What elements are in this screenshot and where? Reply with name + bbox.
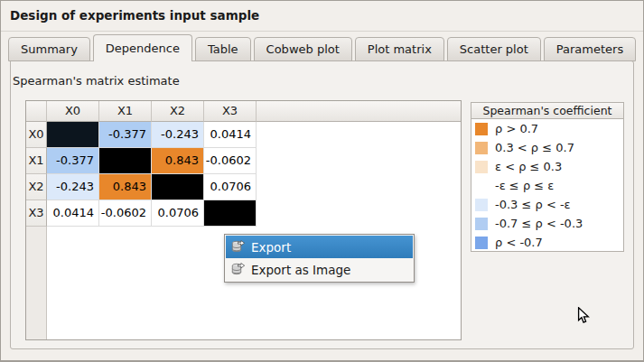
- row-filler: [257, 148, 461, 174]
- row-header-x3[interactable]: X3: [26, 200, 47, 227]
- legend-swatch: [475, 237, 488, 249]
- matrix-cell-x0-x3[interactable]: 0.0414: [204, 122, 257, 148]
- legend-entry: -0.7 ≤ ρ < -0.3: [471, 214, 623, 233]
- legend-swatch: [475, 199, 488, 211]
- column-header-x3[interactable]: X3: [204, 101, 257, 122]
- matrix-cell-x2-x0[interactable]: -0.243: [47, 174, 99, 200]
- correlation-matrix-table: X0 X1 X2 X3 X0 -0.377 -0.243 0.0414 X1 -…: [25, 100, 462, 340]
- title-separator: [1, 31, 643, 32]
- legend-entry: ε < ρ ≤ 0.3: [471, 157, 623, 176]
- row-header-filler: [26, 227, 47, 339]
- matrix-cell-x3-x2[interactable]: 0.0706: [152, 200, 204, 227]
- legend-label: ε < ρ ≤ 0.3: [495, 160, 562, 173]
- legend-label: 0.3 < ρ ≤ 0.7: [495, 141, 574, 154]
- legend-entry: 0.3 < ρ ≤ 0.7: [471, 138, 623, 157]
- legend-entry: ρ > 0.7: [471, 119, 623, 138]
- legend-panel: Spearman's coefficient ρ > 0.7 0.3 < ρ ≤…: [471, 102, 624, 252]
- matrix-cell-x1-x3[interactable]: -0.0602: [204, 148, 257, 174]
- matrix-cell-x0-x2[interactable]: -0.243: [152, 122, 204, 148]
- section-label: Spearman's matrix estimate: [13, 74, 180, 88]
- legend-title: Spearman's coefficient: [471, 103, 623, 119]
- export-as-image-icon: [231, 263, 245, 276]
- row-filler: [257, 174, 461, 200]
- corner-header[interactable]: [26, 101, 47, 122]
- window-title: Design of experiments input sample: [10, 8, 259, 23]
- legend-label: -ε ≤ ρ ≤ ε: [495, 179, 554, 192]
- legend-entry: -0.3 ≤ ρ < -ε: [471, 195, 623, 214]
- matrix-cell-x2-x1[interactable]: 0.843: [99, 174, 152, 200]
- export-icon: [231, 240, 245, 254]
- matrix-cell-x1-x2[interactable]: 0.843: [152, 148, 204, 174]
- menu-item-label: Export as Image: [251, 263, 350, 277]
- matrix-cell-x2-x3[interactable]: 0.0706: [204, 174, 257, 200]
- row-filler: [257, 122, 461, 148]
- tab-scatter-plot[interactable]: Scatter plot: [447, 37, 541, 61]
- legend-swatch: [475, 161, 488, 173]
- matrix-cell-x0-x0[interactable]: [47, 122, 99, 148]
- row-header-x2[interactable]: X2: [26, 174, 47, 200]
- tab-table[interactable]: Table: [195, 37, 251, 61]
- tab-parameters[interactable]: Parameters: [544, 37, 636, 61]
- legend-swatch: [475, 123, 488, 135]
- tab-plot-matrix[interactable]: Plot matrix: [355, 37, 444, 61]
- app-window: Design of experiments input sample Summa…: [0, 0, 644, 362]
- menu-item-export[interactable]: Export: [226, 236, 413, 258]
- matrix-cell-x1-x1[interactable]: [99, 148, 152, 174]
- legend-entry: ρ < -0.7: [471, 233, 623, 252]
- legend-label: -0.3 ≤ ρ < -ε: [495, 198, 571, 211]
- column-header-x1[interactable]: X1: [99, 101, 152, 122]
- matrix-cell-x1-x0[interactable]: -0.377: [47, 148, 99, 174]
- column-header-x0[interactable]: X0: [47, 101, 99, 122]
- context-menu: Export Export as Image: [224, 234, 415, 283]
- matrix-cell-x0-x1[interactable]: -0.377: [99, 122, 152, 148]
- matrix-cell-x3-x3[interactable]: [204, 200, 257, 227]
- tab-dependence[interactable]: Dependence: [93, 34, 192, 61]
- tab-bar: Summary Dependence Table Cobweb plot Plo…: [8, 34, 636, 61]
- column-header-x2[interactable]: X2: [152, 101, 204, 122]
- row-header-x0[interactable]: X0: [26, 122, 47, 148]
- column-header-filler: [257, 101, 461, 122]
- legend-swatch: [475, 218, 488, 230]
- matrix-cell-x3-x0[interactable]: 0.0414: [47, 200, 99, 227]
- row-header-x1[interactable]: X1: [26, 148, 47, 174]
- legend-entry: -ε ≤ ρ ≤ ε: [471, 176, 623, 195]
- menu-item-export-as-image[interactable]: Export as Image: [226, 258, 413, 281]
- legend-label: -0.7 ≤ ρ < -0.3: [495, 217, 583, 230]
- legend-label: ρ > 0.7: [495, 122, 538, 135]
- menu-item-label: Export: [251, 240, 291, 255]
- matrix-cell-x2-x2[interactable]: [152, 174, 204, 200]
- legend-swatch: [475, 180, 488, 192]
- legend-label: ρ < -0.7: [495, 236, 543, 249]
- tab-summary[interactable]: Summary: [8, 37, 90, 61]
- tab-cobweb-plot[interactable]: Cobweb plot: [254, 37, 352, 61]
- matrix-cell-x3-x1[interactable]: -0.0602: [99, 200, 152, 227]
- legend-swatch: [475, 142, 488, 154]
- mouse-cursor-icon: [577, 307, 592, 324]
- row-filler: [257, 200, 461, 227]
